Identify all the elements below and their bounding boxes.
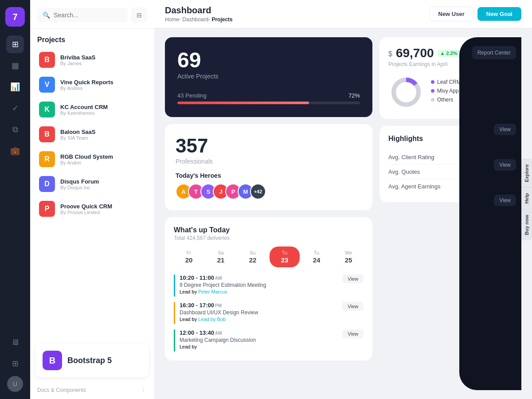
- sidebar-docs[interactable]: Docs & Components 〉: [30, 383, 154, 399]
- highlight-label: Avg. Agent Earnings: [388, 183, 441, 190]
- breadcrumb: Home- Dashboard- Projects: [165, 16, 233, 23]
- view-button-1[interactable]: View: [494, 124, 516, 135]
- project-icon: D: [39, 176, 55, 192]
- event-ampm: AM: [215, 276, 222, 281]
- project-icon: B: [39, 52, 55, 68]
- professionals-number: 357: [176, 135, 362, 157]
- help-tab[interactable]: Help: [521, 188, 532, 209]
- left-navigation: 7 ⊞ ▦ 📊 ✓ ⧉ 💼 🖥 ⊞ U: [0, 0, 30, 399]
- project-info: Briviba SaaS By James: [60, 54, 145, 66]
- calendar-day[interactable]: Tu 23: [270, 246, 300, 267]
- calendar-day[interactable]: Sa 21: [206, 246, 236, 267]
- view-button-2[interactable]: View: [494, 159, 516, 171]
- event-info: 10:20 - 11:00AM 9 Degree Project Estimat…: [180, 274, 338, 294]
- event-view-button[interactable]: View: [342, 274, 364, 283]
- pending-label: 43 Pending: [177, 92, 207, 99]
- day-number: 25: [335, 256, 362, 264]
- calendar-day[interactable]: Su 22: [238, 246, 268, 267]
- project-item[interactable]: R RGB Cloud System By Andrei: [34, 147, 151, 172]
- event-view-button[interactable]: View: [342, 329, 364, 338]
- day-number: 23: [271, 256, 298, 264]
- calendar-day[interactable]: We 25: [333, 246, 364, 267]
- project-info: Disqus Forum By Disqus Inc.: [60, 178, 145, 190]
- view-button-3[interactable]: View: [494, 195, 516, 206]
- nav-icon-briefcase[interactable]: 💼: [6, 142, 24, 160]
- breadcrumb-section: Dashboard Home- Dashboard- Projects: [165, 5, 233, 23]
- content-left: 69 Active Projects 43 Pending 72% 357 Pr…: [165, 37, 372, 390]
- project-item[interactable]: B Briviba SaaS By James: [34, 47, 151, 72]
- schedule-header: What's up Today Total 424,567 deliveries: [174, 226, 364, 241]
- progress-bar-fill: [177, 102, 309, 104]
- project-info: RGB Cloud System By Andrei: [60, 153, 145, 165]
- nav-icon-check[interactable]: ✓: [6, 99, 24, 117]
- professionals-label: Professionals: [176, 158, 362, 165]
- project-info: Baloon SaaS By SIA Team: [60, 129, 145, 141]
- nav-icon-home[interactable]: ⊞: [6, 35, 24, 53]
- day-number: 22: [239, 256, 266, 264]
- event-item: 12:00 - 13:40AM Marketing Campaign Discu…: [174, 329, 364, 352]
- day-number: 20: [176, 256, 202, 264]
- project-by: By Proove Limited: [60, 210, 145, 215]
- project-item[interactable]: V Vine Quick Reports By Andres: [34, 72, 151, 97]
- side-tabs: Explore Help Buy now: [521, 158, 532, 240]
- project-icon: K: [39, 102, 55, 117]
- sidebar-projects-title: Projects: [30, 29, 154, 47]
- topbar-actions: New User New Goal: [429, 7, 522, 21]
- schedule-title: What's up Today: [174, 226, 230, 234]
- project-by: By Keenthemes: [60, 110, 145, 116]
- project-info: KC Account CRM By Keenthemes: [60, 104, 145, 116]
- day-number: 24: [303, 256, 330, 264]
- event-view-button[interactable]: View: [342, 302, 364, 311]
- calendar-day[interactable]: Fr 20: [174, 246, 204, 267]
- nav-user-avatar[interactable]: U: [7, 376, 23, 392]
- legend-dot-row: Others: [431, 97, 453, 103]
- event-info: 16:30 - 17:00PM Dashboard UI/UX Design R…: [180, 302, 338, 322]
- project-name: Disqus Forum: [60, 178, 145, 185]
- progress-bar: [177, 102, 360, 104]
- app-avatar[interactable]: 7: [5, 7, 25, 27]
- earnings-amount: 69,700: [396, 46, 434, 60]
- heroes-label: Today's Heroes: [176, 172, 362, 179]
- project-item[interactable]: D Disqus Forum By Disqus Inc.: [34, 172, 151, 196]
- main-content: Dashboard Home- Dashboard- Projects New …: [154, 0, 532, 399]
- search-input-wrap[interactable]: 🔍: [37, 8, 128, 22]
- pending-pct: 72%: [348, 92, 360, 99]
- breadcrumb-active: Projects: [211, 16, 232, 23]
- filter-button[interactable]: ⊟: [131, 7, 147, 23]
- filter-icon: ⊟: [137, 12, 142, 19]
- legend-dot: [431, 80, 434, 84]
- project-item[interactable]: K KC Account CRM By Keenthemes: [34, 97, 151, 122]
- new-user-button[interactable]: New User: [429, 7, 474, 21]
- event-border: [174, 274, 175, 297]
- day-name: We: [335, 250, 362, 255]
- event-lead: Lead by Peter Marcus: [180, 289, 338, 294]
- nav-icon-layers[interactable]: ⧉: [6, 121, 24, 138]
- nav-icon-grid2[interactable]: ⊞: [6, 355, 24, 372]
- event-border: [174, 302, 175, 324]
- project-item[interactable]: P Proove Quick CRM By Proove Limited: [34, 196, 151, 221]
- nav-icon-grid[interactable]: ▦: [6, 57, 24, 74]
- day-name: Sa: [207, 250, 234, 255]
- day-number: 21: [207, 256, 234, 264]
- project-icon: V: [39, 77, 55, 93]
- explore-tab[interactable]: Explore: [521, 158, 532, 187]
- earnings-badge: ▲ 2.2%: [438, 50, 460, 57]
- active-projects-number: 69: [177, 50, 360, 71]
- nav-icon-monitor[interactable]: 🖥: [6, 333, 24, 351]
- search-icon: 🔍: [43, 12, 50, 19]
- event-time: 16:30 - 17:00PM: [180, 302, 338, 309]
- day-name: Su: [239, 250, 266, 255]
- buy-now-tab[interactable]: Buy now: [521, 209, 532, 241]
- nav-icon-chart[interactable]: 📊: [6, 78, 24, 96]
- project-item[interactable]: B Baloon SaaS By SIA Team: [34, 122, 151, 147]
- project-info: Vine Quick Reports By Andres: [60, 79, 145, 91]
- event-list: 10:20 - 11:00AM 9 Degree Project Estimat…: [174, 274, 364, 352]
- new-goal-button[interactable]: New Goal: [477, 7, 521, 21]
- bootstrap-card[interactable]: B Bootstrap 5: [35, 344, 149, 377]
- project-name: Proove Quick CRM: [60, 203, 145, 210]
- report-center-button[interactable]: Report Center: [472, 46, 516, 59]
- event-item: 16:30 - 17:00PM Dashboard UI/UX Design R…: [174, 302, 364, 324]
- calendar-day[interactable]: Tu 24: [301, 246, 332, 267]
- search-input[interactable]: [54, 12, 122, 19]
- lead-name: Lead by Bob: [198, 317, 226, 322]
